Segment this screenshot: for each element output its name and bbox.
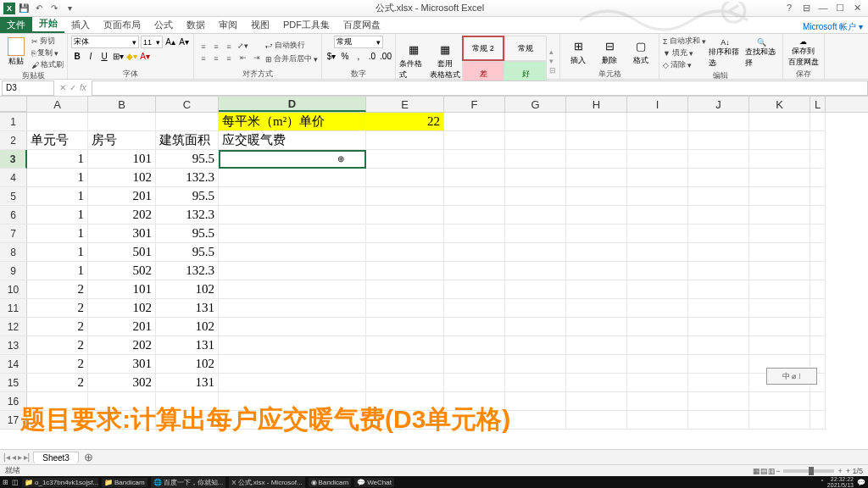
cell-I14[interactable] bbox=[627, 355, 688, 374]
row-header-13[interactable]: 13 bbox=[0, 336, 27, 355]
cell-G4[interactable] bbox=[505, 169, 566, 187]
cell-J5[interactable] bbox=[688, 187, 749, 206]
autosum-button[interactable]: Σ 自动求和 ▾ bbox=[663, 36, 706, 47]
cell-J17[interactable] bbox=[688, 411, 749, 430]
tab-home[interactable]: 开始 bbox=[32, 15, 64, 33]
sort-filter-button[interactable]: A↓排序和筛选 bbox=[709, 38, 743, 69]
row-header-6[interactable]: 6 bbox=[0, 206, 27, 225]
cell-I13[interactable] bbox=[627, 336, 688, 355]
cell-B13[interactable]: 202 bbox=[88, 336, 156, 355]
cell-J1[interactable] bbox=[688, 113, 749, 131]
name-box[interactable]: D3 bbox=[2, 80, 54, 96]
border-button[interactable]: ⊞▾ bbox=[112, 50, 124, 62]
cell-H5[interactable] bbox=[566, 187, 627, 206]
cell-D3[interactable]: ⊕ bbox=[219, 150, 366, 169]
cell-C1[interactable] bbox=[156, 113, 219, 131]
cell-B12[interactable]: 201 bbox=[88, 318, 156, 336]
cell-E10[interactable] bbox=[366, 280, 444, 299]
close-icon[interactable]: ✕ bbox=[851, 3, 863, 14]
cut-button[interactable]: ✂ 剪切 bbox=[31, 36, 64, 47]
cell-L1[interactable] bbox=[810, 113, 826, 131]
cell-E9[interactable] bbox=[366, 262, 444, 280]
cell-B4[interactable]: 102 bbox=[88, 169, 156, 187]
cell-J2[interactable] bbox=[688, 131, 749, 150]
cell-G13[interactable] bbox=[505, 336, 566, 355]
copy-button[interactable]: ⎘ 复制 ▾ bbox=[31, 47, 64, 58]
cell-H4[interactable] bbox=[566, 169, 627, 187]
cell-F2[interactable] bbox=[444, 131, 505, 150]
cell-L13[interactable] bbox=[810, 336, 826, 355]
taskbar-clock[interactable]: 22:32:222021/5/13 bbox=[827, 476, 854, 488]
formula-input[interactable] bbox=[92, 80, 868, 96]
cell-C14[interactable]: 102 bbox=[156, 355, 219, 374]
cell-F9[interactable] bbox=[444, 262, 505, 280]
cell-E8[interactable] bbox=[366, 243, 444, 262]
cell-I6[interactable] bbox=[627, 206, 688, 225]
cell-K6[interactable] bbox=[749, 206, 810, 225]
cell-I15[interactable] bbox=[627, 374, 688, 392]
cell-J9[interactable] bbox=[688, 262, 749, 280]
wrap-button[interactable]: ⮐ 自动换行 bbox=[265, 40, 318, 51]
row-header-9[interactable]: 9 bbox=[0, 262, 27, 280]
bold-button[interactable]: B bbox=[71, 50, 83, 62]
cell-I9[interactable] bbox=[627, 262, 688, 280]
cell-L3[interactable] bbox=[810, 150, 826, 169]
cell-B3[interactable]: 101 bbox=[88, 150, 156, 169]
cell-E11[interactable] bbox=[366, 299, 444, 318]
cell-D6[interactable] bbox=[219, 206, 366, 225]
paste-button[interactable]: 粘贴 bbox=[3, 37, 29, 69]
cell-G3[interactable] bbox=[505, 150, 566, 169]
style-scroll-up-icon[interactable]: ▴ bbox=[549, 47, 556, 56]
comma-icon[interactable]: , bbox=[353, 50, 364, 62]
cell-E5[interactable] bbox=[366, 187, 444, 206]
cell-D10[interactable] bbox=[219, 280, 366, 299]
font-select[interactable]: 宋体▾ bbox=[71, 36, 139, 48]
font-size-select[interactable]: 11▾ bbox=[141, 36, 163, 48]
ime-toolbar[interactable]: 中 ⌀ ⁝ bbox=[766, 368, 817, 385]
cell-C7[interactable]: 95.5 bbox=[156, 225, 219, 243]
cell-D14[interactable] bbox=[219, 355, 366, 374]
tab-next-icon[interactable]: ▸ bbox=[18, 452, 22, 462]
task-excel[interactable]: X 公式.xlsx - Microsof... bbox=[229, 477, 304, 488]
cell-F5[interactable] bbox=[444, 187, 505, 206]
cell-I8[interactable] bbox=[627, 243, 688, 262]
baidu-save-button[interactable]: ☁保存到 百度网盘 bbox=[787, 37, 821, 68]
fx-icon[interactable]: fx bbox=[80, 83, 86, 92]
cell-B1[interactable] bbox=[88, 113, 156, 131]
zoom-out-icon[interactable]: − bbox=[776, 467, 780, 475]
task-folder[interactable]: 📁 o_1c37bn4vk1sojsf... bbox=[22, 478, 98, 487]
row-header-4[interactable]: 4 bbox=[0, 169, 27, 187]
tab-view[interactable]: 视图 bbox=[244, 17, 276, 33]
cell-C9[interactable]: 132.3 bbox=[156, 262, 219, 280]
cell-G7[interactable] bbox=[505, 225, 566, 243]
cell-E14[interactable] bbox=[366, 355, 444, 374]
style-normal[interactable]: 常规 bbox=[504, 36, 547, 61]
cell-K5[interactable] bbox=[749, 187, 810, 206]
select-all-button[interactable] bbox=[0, 97, 27, 112]
dec-dec-icon[interactable]: .00 bbox=[380, 50, 392, 62]
cell-D7[interactable] bbox=[219, 225, 366, 243]
fx-ok-icon[interactable]: ✓ bbox=[70, 83, 76, 92]
cell-F13[interactable] bbox=[444, 336, 505, 355]
cell-B14[interactable]: 301 bbox=[88, 355, 156, 374]
cell-L7[interactable] bbox=[810, 225, 826, 243]
cell-A7[interactable]: 1 bbox=[27, 225, 88, 243]
task-bandicam2[interactable]: ◉ Bandicam bbox=[309, 478, 352, 487]
cell-H1[interactable] bbox=[566, 113, 627, 131]
cell-I3[interactable] bbox=[627, 150, 688, 169]
col-header-B[interactable]: B bbox=[88, 97, 156, 112]
cell-C2[interactable]: 建筑面积 bbox=[156, 131, 219, 150]
cell-A13[interactable]: 2 bbox=[27, 336, 88, 355]
view-layout-icon[interactable]: ▤ bbox=[760, 467, 768, 475]
col-header-J[interactable]: J bbox=[688, 97, 749, 112]
cell-A11[interactable]: 2 bbox=[27, 299, 88, 318]
cell-G12[interactable] bbox=[505, 318, 566, 336]
cell-K11[interactable] bbox=[749, 299, 810, 318]
cell-G8[interactable] bbox=[505, 243, 566, 262]
cell-H3[interactable] bbox=[566, 150, 627, 169]
cell-J4[interactable] bbox=[688, 169, 749, 187]
cell-F4[interactable] bbox=[444, 169, 505, 187]
cell-A2[interactable]: 单元号 bbox=[27, 131, 88, 150]
worksheet[interactable]: ABCDEFGHIJKL 1每平米（m²）单价222单元号房号建筑面积应交暖气费… bbox=[0, 97, 868, 451]
cell-G14[interactable] bbox=[505, 355, 566, 374]
